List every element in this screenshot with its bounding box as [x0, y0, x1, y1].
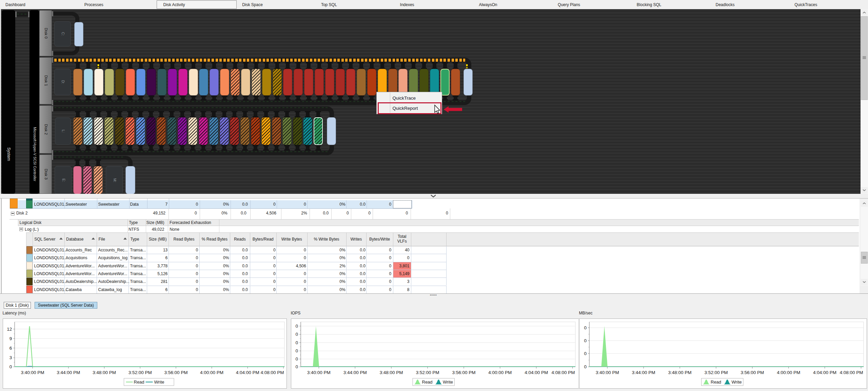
- svg-text:4:00:00 PM: 4:00:00 PM: [488, 370, 512, 375]
- svg-text:Write: Write: [443, 379, 453, 385]
- svg-text:0: 0: [584, 364, 587, 369]
- svg-text:4:04:00 PM: 4:04:00 PM: [525, 370, 548, 375]
- svg-text:3:40:00 PM: 3:40:00 PM: [307, 370, 330, 375]
- svg-text:3:52:00 PM: 3:52:00 PM: [128, 370, 152, 375]
- svg-text:4:00:00 PM: 4:00:00 PM: [777, 370, 800, 375]
- svg-text:9: 9: [9, 336, 12, 341]
- svg-text:0: 0: [295, 324, 298, 329]
- svg-text:4:04:00 PM: 4:04:00 PM: [813, 370, 836, 375]
- svg-text:3:44:00 PM: 3:44:00 PM: [343, 370, 367, 375]
- svg-text:3:52:00 PM: 3:52:00 PM: [416, 370, 439, 375]
- svg-text:3:48:00 PM: 3:48:00 PM: [668, 370, 691, 375]
- svg-text:4:04:00 PM: 4:04:00 PM: [236, 370, 259, 375]
- svg-text:0: 0: [584, 338, 587, 343]
- svg-text:6: 6: [9, 346, 12, 351]
- svg-text:0: 0: [295, 348, 298, 353]
- svg-text:12: 12: [7, 327, 12, 332]
- svg-text:0: 0: [295, 340, 298, 345]
- svg-text:3:40:00 PM: 3:40:00 PM: [595, 370, 619, 375]
- svg-text:Read: Read: [134, 379, 144, 385]
- svg-text:3:48:00 PM: 3:48:00 PM: [379, 370, 403, 375]
- svg-text:3:40:00 PM: 3:40:00 PM: [21, 370, 44, 375]
- svg-text:4:08:00 PM: 4:08:00 PM: [551, 370, 575, 375]
- svg-text:3:44:00 PM: 3:44:00 PM: [632, 370, 655, 375]
- svg-text:0: 0: [9, 364, 12, 369]
- svg-text:Write: Write: [154, 379, 164, 385]
- svg-text:0: 0: [295, 356, 298, 362]
- svg-text:3:48:00 PM: 3:48:00 PM: [92, 370, 116, 375]
- svg-text:0: 0: [295, 364, 298, 369]
- svg-text:4:00:00 PM: 4:00:00 PM: [200, 370, 223, 375]
- svg-text:Read: Read: [422, 379, 432, 385]
- svg-text:0: 0: [584, 351, 587, 356]
- svg-text:Read: Read: [711, 379, 721, 385]
- svg-text:0: 0: [584, 325, 587, 330]
- svg-text:3:44:00 PM: 3:44:00 PM: [57, 370, 80, 375]
- svg-text:4:08:00 PM: 4:08:00 PM: [260, 370, 284, 375]
- svg-text:3: 3: [9, 355, 12, 360]
- svg-text:Write: Write: [731, 379, 742, 385]
- svg-text:3:52:00 PM: 3:52:00 PM: [704, 370, 728, 375]
- svg-text:3:56:00 PM: 3:56:00 PM: [164, 370, 188, 375]
- svg-text:3:56:00 PM: 3:56:00 PM: [741, 370, 764, 375]
- svg-text:3:56:00 PM: 3:56:00 PM: [452, 370, 475, 375]
- svg-text:0: 0: [295, 332, 298, 337]
- svg-text:4:08:00 PM: 4:08:00 PM: [840, 370, 863, 375]
